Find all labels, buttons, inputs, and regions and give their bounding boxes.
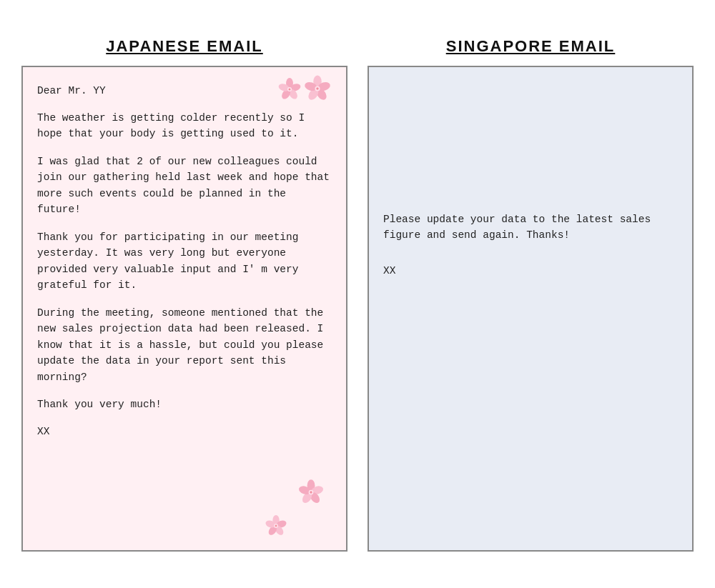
svg-point-27	[275, 524, 277, 527]
singapore-body: Please update your data to the latest sa…	[383, 211, 678, 244]
singapore-column: SINGAPORE EMAIL Please update your data …	[368, 37, 694, 552]
japanese-email-box: Dear Mr. YY The weather is getting colde…	[21, 66, 347, 552]
main-container: JAPANESE EMAIL	[21, 37, 694, 552]
flower-decoration-3	[296, 477, 326, 507]
japanese-email-text: Dear Mr. YY The weather is getting colde…	[37, 83, 332, 440]
singapore-email-text: Please update your data to the latest sa…	[383, 211, 678, 279]
japanese-para5: Thank you very much!	[37, 397, 332, 412]
singapore-sign: XX	[383, 263, 678, 279]
japanese-para2: I was glad that 2 of our new colleagues …	[37, 154, 332, 218]
svg-point-20	[310, 491, 312, 493]
japanese-para4: During the meeting, someone mentioned th…	[37, 305, 332, 385]
flower-decoration-2	[302, 73, 333, 104]
flower-decoration-1	[276, 76, 303, 103]
japanese-para1: The weather is getting colder recently s…	[37, 110, 332, 142]
flower-decoration-4	[263, 513, 289, 539]
japanese-para3: Thank you for participating in our meeti…	[37, 229, 332, 294]
singapore-title: SINGAPORE EMAIL	[446, 37, 616, 56]
japanese-sign: XX	[37, 424, 332, 439]
japanese-column: JAPANESE EMAIL	[21, 37, 347, 552]
svg-point-13	[316, 87, 319, 90]
singapore-email-box: Please update your data to the latest sa…	[368, 66, 694, 552]
japanese-title: JAPANESE EMAIL	[106, 37, 263, 56]
svg-point-6	[288, 88, 290, 90]
